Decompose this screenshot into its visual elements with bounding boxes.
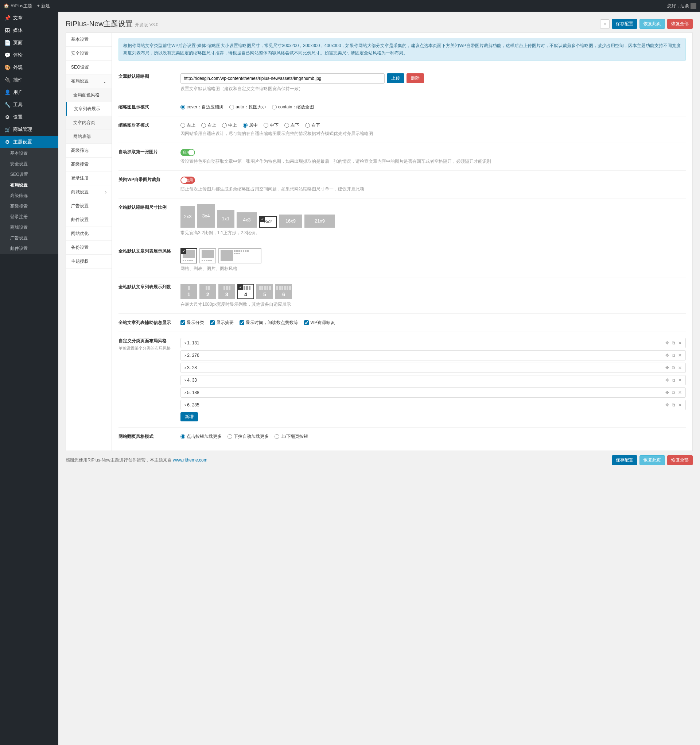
align-mode-option-3[interactable]: 居中 [243, 122, 258, 129]
restore-page-button[interactable]: 恢复此页 [639, 19, 665, 29]
copy-icon[interactable]: ⧉ [672, 365, 675, 370]
submenu-item-1[interactable]: 安全设置 [0, 159, 58, 169]
cols-6[interactable]: 6 [275, 284, 292, 299]
cols-5[interactable]: 5 [256, 284, 273, 299]
cols-1[interactable]: 1 [181, 284, 197, 299]
move-icon[interactable]: ✥ [666, 390, 669, 395]
submenu-item-8[interactable]: 广告设置 [0, 233, 58, 243]
restore-all-button[interactable]: 恢复全部 [667, 19, 693, 29]
close-icon[interactable]: ✕ [678, 378, 682, 383]
pager-option-0[interactable]: 点击按钮加载更多 [181, 434, 222, 440]
tab-security[interactable]: 安全设置 [66, 47, 112, 61]
tab-layout-color[interactable]: 全局颜色风格 [66, 88, 112, 102]
meta-chk-3[interactable]: VIP资源标识 [304, 320, 335, 326]
tab-filter[interactable]: 高级筛选 [66, 144, 112, 158]
save-button-bottom[interactable]: 保存配置 [612, 455, 637, 465]
meta-chk-2[interactable]: 显示时间，阅读数点赞数等 [240, 320, 298, 326]
pager-option-1[interactable]: 下拉自动加载更多 [227, 434, 269, 440]
copy-icon[interactable]: ⧉ [672, 390, 675, 395]
disable-crop-toggle[interactable]: 禁用 [181, 177, 195, 184]
display-mode-option-0[interactable]: cover：自适应铺满 [181, 104, 224, 110]
ratio-21x9[interactable]: 21x9 [304, 214, 335, 227]
layout-wide[interactable] [218, 248, 261, 263]
ratio-1x1[interactable]: 1x1 [217, 210, 234, 227]
thumb-input[interactable] [181, 73, 385, 84]
copy-icon[interactable]: ⧉ [672, 353, 675, 358]
align-mode-option-4[interactable]: 中下 [264, 122, 279, 129]
tab-seo[interactable]: SEO设置 [66, 61, 112, 75]
display-mode-option-2[interactable]: contain：缩放全图 [272, 104, 314, 110]
submenu-item-7[interactable]: 商城设置 [0, 222, 58, 233]
ratio-4x3[interactable]: 4x3 [237, 212, 257, 227]
move-icon[interactable]: ✥ [666, 353, 669, 358]
layout-list[interactable] [199, 248, 216, 263]
view-toggle-icon[interactable]: ≡ [600, 19, 610, 29]
submenu-item-6[interactable]: 登录注册 [0, 212, 58, 222]
menu-item-5[interactable]: 🔌插件 [0, 74, 58, 86]
tab-license[interactable]: 主题授权 [66, 255, 112, 269]
close-icon[interactable]: ✕ [678, 390, 682, 395]
menu-item-8[interactable]: ⚙设置 [0, 111, 58, 123]
align-mode-option-5[interactable]: 左下 [284, 122, 299, 129]
tab-search[interactable]: 高级搜索 [66, 158, 112, 172]
upload-button[interactable]: 上传 [387, 73, 404, 83]
tab-optimize[interactable]: 网站优化 [66, 227, 112, 241]
repeater-item-0[interactable]: › 1. 131 ✥ ⧉ ✕ [181, 338, 686, 348]
repeater-item-2[interactable]: › 3. 28 ✥ ⧉ ✕ [181, 363, 686, 373]
submenu-item-3[interactable]: 布局设置 [0, 180, 58, 190]
align-mode-option-0[interactable]: 左上 [181, 122, 196, 129]
close-icon[interactable]: ✕ [678, 365, 682, 370]
ratio-16x9[interactable]: 16x9 [279, 214, 302, 227]
menu-item-9[interactable]: 🛒商城管理 [0, 123, 58, 136]
menu-item-7[interactable]: 🔧工具 [0, 99, 58, 111]
move-icon[interactable]: ✥ [666, 365, 669, 370]
auto-grab-toggle[interactable]: 启用 [181, 149, 195, 156]
menu-item-6[interactable]: 👤用户 [0, 86, 58, 99]
new-item[interactable]: + 新建 [37, 3, 50, 9]
delete-button[interactable]: 删除 [406, 73, 424, 83]
close-icon[interactable]: ✕ [678, 353, 682, 358]
repeater-item-1[interactable]: › 2. 276 ✥ ⧉ ✕ [181, 350, 686, 361]
tab-basic[interactable]: 基本设置 [66, 33, 112, 47]
restore-page-button-bottom[interactable]: 恢复此页 [639, 455, 665, 465]
tab-ad[interactable]: 广告设置 [66, 199, 112, 213]
repeater-item-3[interactable]: › 4. 33 ✥ ⧉ ✕ [181, 375, 686, 385]
layout-grid[interactable]: ✓ [181, 248, 197, 263]
display-mode-option-1[interactable]: auto：原图大小 [229, 104, 266, 110]
tab-mail[interactable]: 邮件设置 [66, 213, 112, 227]
tab-shop[interactable]: 商城设置› [66, 186, 112, 199]
tab-layout[interactable]: 布局设置⌄ [66, 75, 112, 88]
menu-item-10[interactable]: ⚙主题设置 [0, 136, 58, 148]
repeater-item-5[interactable]: › 6. 285 ✥ ⧉ ✕ [181, 400, 686, 410]
tab-layout-list[interactable]: 文章列表展示 [66, 102, 112, 116]
align-mode-option-1[interactable]: 右上 [201, 122, 216, 129]
close-icon[interactable]: ✕ [678, 402, 682, 407]
menu-item-1[interactable]: 🖼媒体 [0, 24, 58, 36]
submenu-item-2[interactable]: SEO设置 [0, 169, 58, 180]
repeater-item-4[interactable]: › 5. 188 ✥ ⧉ ✕ [181, 387, 686, 398]
tab-layout-content[interactable]: 文章内容页 [66, 116, 112, 130]
align-mode-option-2[interactable]: 中上 [222, 122, 237, 129]
close-icon[interactable]: ✕ [678, 340, 682, 346]
cols-3[interactable]: 3 [218, 284, 235, 299]
ratio-2x3[interactable]: 2x3 [181, 206, 195, 227]
user-greeting[interactable]: 您好，油条 [667, 3, 696, 9]
submenu-item-9[interactable]: 邮件设置 [0, 243, 58, 254]
footer-link[interactable]: www.ritheme.com [173, 458, 207, 462]
pager-option-2[interactable]: 上/下翻页按钮 [275, 434, 308, 440]
submenu-item-4[interactable]: 高级筛选 [0, 190, 58, 201]
copy-icon[interactable]: ⧉ [672, 378, 675, 383]
move-icon[interactable]: ✥ [666, 340, 669, 346]
tab-backup[interactable]: 备份设置 [66, 241, 112, 255]
cols-2[interactable]: 2 [199, 284, 216, 299]
menu-item-2[interactable]: 📄页面 [0, 36, 58, 49]
menu-item-0[interactable]: 📌文章 [0, 12, 58, 24]
menu-item-3[interactable]: 💬评论 [0, 49, 58, 61]
copy-icon[interactable]: ⧉ [672, 402, 675, 407]
move-icon[interactable]: ✥ [666, 378, 669, 383]
ratio-3x2[interactable]: ✓3x2 [259, 216, 277, 227]
meta-chk-0[interactable]: 显示分类 [181, 320, 204, 326]
tab-login[interactable]: 登录注册 [66, 172, 112, 186]
ratio-3x4[interactable]: 3x4 [197, 204, 215, 227]
submenu-item-0[interactable]: 基本设置 [0, 148, 58, 159]
